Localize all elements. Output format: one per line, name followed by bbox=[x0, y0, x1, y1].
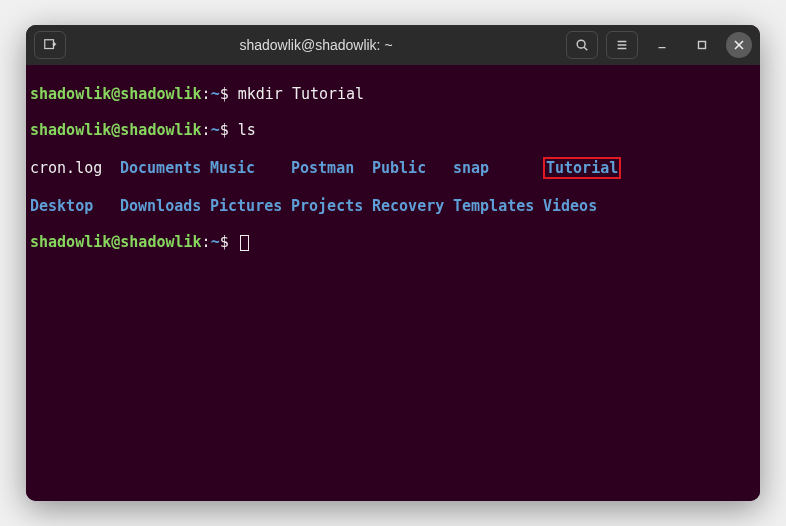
titlebar-left bbox=[34, 31, 66, 59]
ls-entry: Downloads bbox=[120, 197, 210, 215]
svg-line-4 bbox=[584, 47, 587, 50]
cursor bbox=[240, 235, 249, 251]
ls-entry: Postman bbox=[291, 159, 372, 177]
ls-row-1: cron.logDocumentsMusicPostmanPublicsnapT… bbox=[30, 157, 756, 179]
search-icon bbox=[575, 38, 589, 52]
new-tab-icon bbox=[43, 38, 57, 52]
ls-entry: cron.log bbox=[30, 159, 120, 177]
prompt-line-2: shadowlik@shadowlik:~$ ls bbox=[30, 121, 756, 139]
prompt-path: ~ bbox=[211, 233, 220, 251]
prompt-line-3: shadowlik@shadowlik:~$ bbox=[30, 233, 756, 251]
prompt-line-1: shadowlik@shadowlik:~$ mkdir Tutorial bbox=[30, 85, 756, 103]
ls-entry: Public bbox=[372, 159, 453, 177]
ls-entry: Projects bbox=[291, 197, 372, 215]
svg-rect-9 bbox=[699, 42, 706, 49]
titlebar: shadowlik@shadowlik: ~ bbox=[26, 25, 760, 65]
ls-row-2: DesktopDownloadsPicturesProjectsRecovery… bbox=[30, 197, 756, 215]
ls-entry: Music bbox=[210, 159, 291, 177]
ls-entry-highlighted: Tutorial bbox=[543, 157, 621, 179]
svg-point-3 bbox=[577, 40, 585, 48]
ls-entry: Templates bbox=[453, 197, 543, 215]
command-2: ls bbox=[238, 121, 256, 139]
menu-button[interactable] bbox=[606, 31, 638, 59]
prompt-symbol: $ bbox=[220, 85, 229, 103]
prompt-path: ~ bbox=[211, 85, 220, 103]
prompt-symbol: $ bbox=[220, 233, 229, 251]
minimize-button[interactable] bbox=[646, 31, 678, 59]
prompt-colon: : bbox=[202, 233, 211, 251]
ls-entry: Pictures bbox=[210, 197, 291, 215]
prompt-user: shadowlik@shadowlik bbox=[30, 121, 202, 139]
svg-rect-0 bbox=[45, 40, 54, 49]
prompt-user: shadowlik@shadowlik bbox=[30, 233, 202, 251]
prompt-colon: : bbox=[202, 85, 211, 103]
ls-entry: Documents bbox=[120, 159, 210, 177]
close-icon bbox=[734, 40, 744, 50]
ls-entry: Videos bbox=[543, 197, 597, 215]
minimize-icon bbox=[655, 38, 669, 52]
ls-entry: Desktop bbox=[30, 197, 120, 215]
prompt-user: shadowlik@shadowlik bbox=[30, 85, 202, 103]
ls-entry: Recovery bbox=[372, 197, 453, 215]
close-button[interactable] bbox=[726, 32, 752, 58]
ls-entry: snap bbox=[453, 159, 543, 177]
hamburger-icon bbox=[615, 38, 629, 52]
prompt-symbol: $ bbox=[220, 121, 229, 139]
new-tab-button[interactable] bbox=[34, 31, 66, 59]
prompt-colon: : bbox=[202, 121, 211, 139]
maximize-icon bbox=[695, 38, 709, 52]
maximize-button[interactable] bbox=[686, 31, 718, 59]
terminal-body[interactable]: shadowlik@shadowlik:~$ mkdir Tutorial sh… bbox=[26, 65, 760, 501]
prompt-path: ~ bbox=[211, 121, 220, 139]
terminal-window: shadowlik@shadowlik: ~ shadowlik@shadowl… bbox=[26, 25, 760, 501]
window-title: shadowlik@shadowlik: ~ bbox=[74, 37, 558, 53]
command-1: mkdir Tutorial bbox=[238, 85, 364, 103]
titlebar-right bbox=[566, 31, 752, 59]
search-button[interactable] bbox=[566, 31, 598, 59]
